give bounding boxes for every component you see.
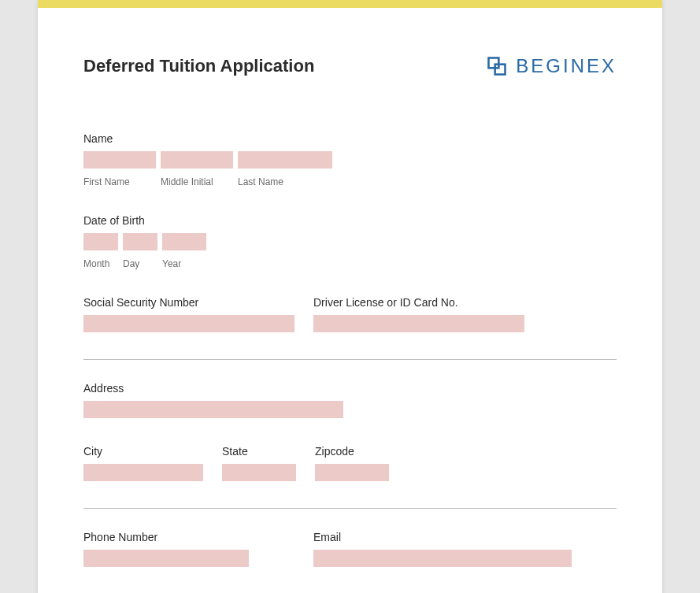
brand-logo: BEGINEX xyxy=(486,55,617,77)
phone-label: Phone Number xyxy=(83,531,249,543)
address-input[interactable] xyxy=(83,401,343,418)
first-name-hint: First Name xyxy=(83,176,156,187)
svg-rect-1 xyxy=(495,65,506,75)
ssn-label: Social Security Number xyxy=(83,296,294,309)
brand-icon xyxy=(486,55,508,77)
dob-label: Date of Birth xyxy=(83,214,617,227)
divider-2 xyxy=(83,508,617,509)
dob-month-hint: Month xyxy=(83,258,118,269)
id-group: Social Security Number Driver License or… xyxy=(83,296,617,332)
dob-day-hint: Day xyxy=(123,258,157,269)
dob-month-input[interactable] xyxy=(83,233,118,250)
divider-1 xyxy=(83,359,617,360)
ssn-input[interactable] xyxy=(83,315,294,332)
zip-label: Zipcode xyxy=(315,445,389,458)
dob-year-input[interactable] xyxy=(162,233,206,250)
middle-initial-input[interactable] xyxy=(161,151,233,169)
contact-group: Phone Number Email xyxy=(83,531,617,567)
dl-label: Driver License or ID Card No. xyxy=(313,296,524,309)
email-input[interactable] xyxy=(313,550,572,567)
last-name-hint: Last Name xyxy=(238,176,332,187)
name-label: Name xyxy=(83,132,617,145)
address-label: Address xyxy=(83,382,617,395)
state-label: State xyxy=(222,445,296,458)
name-group: Name First Name Middle Initial Last Name xyxy=(83,132,617,187)
last-name-input[interactable] xyxy=(238,151,332,169)
address-group: Address xyxy=(83,382,617,418)
dob-group: Date of Birth Month Day Year xyxy=(83,214,617,269)
form-content: Deferred Tuition Application BEGINEX Nam… xyxy=(38,8,662,593)
city-label: City xyxy=(83,445,203,458)
state-input[interactable] xyxy=(222,464,296,481)
dob-day-input[interactable] xyxy=(123,233,157,250)
dob-year-hint: Year xyxy=(162,258,206,269)
header: Deferred Tuition Application BEGINEX xyxy=(83,55,617,77)
page-title: Deferred Tuition Application xyxy=(83,56,314,76)
page: Deferred Tuition Application BEGINEX Nam… xyxy=(38,0,662,593)
svg-rect-0 xyxy=(489,58,499,69)
first-name-input[interactable] xyxy=(83,151,156,169)
city-state-zip-group: City State Zipcode xyxy=(83,445,617,481)
middle-initial-hint: Middle Initial xyxy=(161,176,233,187)
email-label: Email xyxy=(313,531,572,543)
city-input[interactable] xyxy=(83,464,203,481)
phone-input[interactable] xyxy=(83,550,249,567)
dl-input[interactable] xyxy=(313,315,524,332)
acrobat-banner xyxy=(38,0,662,8)
brand-name: BEGINEX xyxy=(516,55,617,77)
zip-input[interactable] xyxy=(315,464,389,481)
